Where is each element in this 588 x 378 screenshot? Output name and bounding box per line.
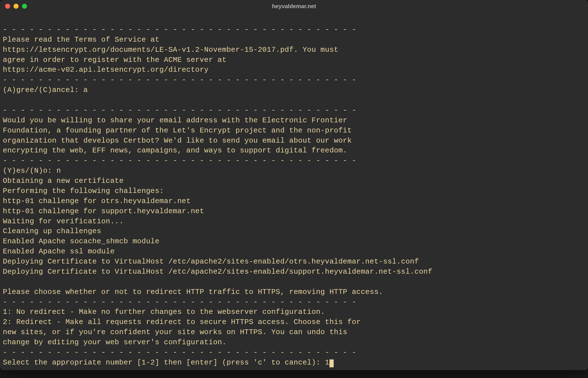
terminal-line: - - - - - - - - - - - - - - - - - - - - … bbox=[3, 348, 585, 358]
terminal-line: 2: Redirect - Make all requests redirect… bbox=[3, 317, 585, 327]
terminal-line: Enabled Apache socache_shmcb module bbox=[3, 237, 585, 247]
terminal-line: http-01 challenge for support.heyvaldema… bbox=[3, 206, 585, 217]
terminal-line: https://letsencrypt.org/documents/LE-SA-… bbox=[3, 45, 585, 55]
maximize-button[interactable] bbox=[22, 4, 27, 9]
terminal-line: organization that develops Certbot? We'd… bbox=[3, 136, 585, 146]
terminal-line: - - - - - - - - - - - - - - - - - - - - … bbox=[3, 156, 585, 166]
terminal-line: - - - - - - - - - - - - - - - - - - - - … bbox=[3, 297, 585, 307]
terminal-body[interactable]: - - - - - - - - - - - - - - - - - - - - … bbox=[0, 12, 588, 370]
terminal-line: Please read the Terms of Service at bbox=[3, 35, 585, 45]
terminal-line: Waiting for verification... bbox=[3, 217, 585, 227]
terminal-line: https://acme-v02.api.letsencrypt.org/dir… bbox=[3, 65, 585, 75]
terminal-line: Cleaning up challenges bbox=[3, 226, 585, 237]
terminal-line: encrypting the web, EFF news, campaigns,… bbox=[3, 146, 585, 156]
terminal-input[interactable]: 1 bbox=[325, 358, 329, 367]
terminal-line: (A)gree/(C)ancel: a bbox=[3, 85, 585, 95]
terminal-line bbox=[3, 95, 585, 105]
terminal-line: - - - - - - - - - - - - - - - - - - - - … bbox=[3, 105, 585, 116]
close-button[interactable] bbox=[5, 4, 10, 9]
terminal-line: (Y)es/(N)o: n bbox=[3, 166, 585, 176]
terminal-line: 1: No redirect - Make no further changes… bbox=[3, 307, 585, 317]
terminal-line: Enabled Apache ssl module bbox=[3, 247, 585, 257]
terminal-prompt-line: Select the appropriate number [1-2] then… bbox=[3, 358, 585, 368]
terminal-line: Obtaining a new certificate bbox=[3, 176, 585, 186]
terminal-line: Foundation, a founding partner of the Le… bbox=[3, 126, 585, 136]
terminal-line: Deploying Certificate to VirtualHost /et… bbox=[3, 257, 585, 267]
minimize-button[interactable] bbox=[14, 4, 19, 9]
terminal-prompt: Select the appropriate number [1-2] then… bbox=[3, 358, 325, 367]
terminal-line: http-01 challenge for otrs.heyvaldemar.n… bbox=[3, 196, 585, 206]
title-bar: heyvaldemar.net bbox=[0, 0, 588, 12]
terminal-line: new sites, or if you're confident your s… bbox=[3, 327, 585, 338]
terminal-line bbox=[3, 15, 585, 25]
terminal-line: agree in order to register with the ACME… bbox=[3, 55, 585, 65]
terminal-line bbox=[3, 277, 585, 287]
traffic-lights bbox=[5, 4, 27, 9]
terminal-line: Would you be willing to share your email… bbox=[3, 116, 585, 126]
terminal-line: Performing the following challenges: bbox=[3, 186, 585, 196]
window-title: heyvaldemar.net bbox=[272, 3, 316, 10]
terminal-line: Deploying Certificate to VirtualHost /et… bbox=[3, 267, 585, 277]
terminal-window: heyvaldemar.net - - - - - - - - - - - - … bbox=[0, 0, 588, 370]
terminal-line: - - - - - - - - - - - - - - - - - - - - … bbox=[3, 25, 585, 35]
cursor-icon bbox=[329, 359, 334, 367]
terminal-line: change by editing your web server's conf… bbox=[3, 338, 585, 348]
terminal-line: - - - - - - - - - - - - - - - - - - - - … bbox=[3, 75, 585, 85]
terminal-line: Please choose whether or not to redirect… bbox=[3, 287, 585, 297]
